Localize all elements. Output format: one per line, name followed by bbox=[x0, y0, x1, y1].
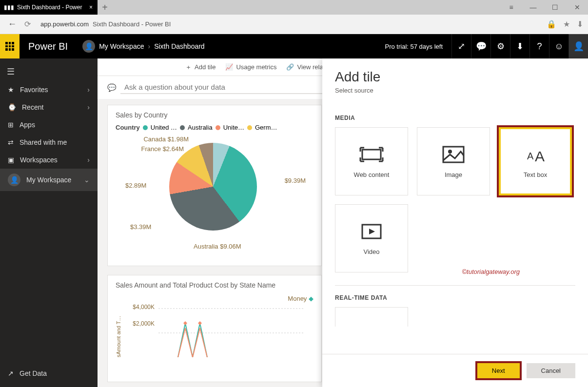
menu-icon[interactable]: ≡ bbox=[500, 3, 522, 11]
opt-label: Image bbox=[445, 171, 462, 178]
legend-item: Australia bbox=[188, 124, 213, 131]
tile-sales-by-state[interactable]: Sales Amount and Total Product Cost by S… bbox=[107, 275, 322, 382]
close-tab-icon[interactable]: × bbox=[89, 4, 93, 11]
browser-tab[interactable]: ▮▮▮ Sixth Dashboard - Power × bbox=[0, 0, 98, 15]
close-window-icon[interactable]: ✕ bbox=[566, 3, 588, 11]
add-tile-button[interactable]: ＋Add tile bbox=[185, 63, 216, 72]
legend-dot bbox=[180, 125, 185, 130]
y-axis-label: sAmount and T… bbox=[116, 304, 121, 357]
chevron-icon: › bbox=[87, 156, 90, 164]
sidebar-item-favorites[interactable]: ★ Favorites › bbox=[0, 81, 98, 98]
chart-icon: ▮▮▮ bbox=[4, 4, 14, 11]
tile-option-image[interactable]: Image bbox=[417, 127, 490, 195]
new-tab-button[interactable]: + bbox=[98, 2, 112, 13]
feedback-icon[interactable]: ☺ bbox=[549, 34, 568, 58]
crumb-workspace[interactable]: My Workspace bbox=[99, 42, 144, 50]
chevron-icon: › bbox=[87, 86, 90, 94]
legend-item: United … bbox=[151, 124, 177, 131]
y-tick: $2,000K bbox=[125, 320, 155, 327]
pie-body bbox=[169, 143, 257, 231]
usage-metrics-button[interactable]: 📈Usage metrics bbox=[225, 63, 276, 71]
sidebar-item-recent[interactable]: ⌚ Recent › bbox=[0, 98, 98, 116]
breadcrumb: 👤 My Workspace › Sixth Dashboard bbox=[82, 40, 205, 53]
sb-label: Shared with me bbox=[20, 138, 67, 146]
address-bar: ← ⟳ app.powerbi.com Sixth Dashboard - Po… bbox=[0, 15, 588, 34]
tile-option-web[interactable]: Web content bbox=[335, 127, 408, 195]
next-button[interactable]: Next bbox=[477, 363, 520, 378]
hamburger-icon[interactable]: ☰ bbox=[0, 62, 98, 81]
chevron-icon: › bbox=[148, 42, 150, 50]
avatar-icon[interactable]: 👤 bbox=[82, 40, 95, 53]
url-field[interactable]: app.powerbi.com Sixth Dashboard - Power … bbox=[36, 18, 542, 31]
user-avatar[interactable]: 👤 bbox=[568, 34, 588, 58]
cancel-button[interactable]: Cancel bbox=[527, 363, 575, 378]
sidebar: ☰ ★ Favorites › ⌚ Recent › ⊞ Apps ⇄ Shar… bbox=[0, 58, 98, 387]
maximize-icon[interactable]: ☐ bbox=[544, 3, 566, 11]
section-media: MEDIA bbox=[335, 115, 575, 121]
panel-subtitle: Select source bbox=[335, 87, 575, 94]
getdata-icon: ↗ bbox=[8, 369, 14, 377]
tb-label: View relat bbox=[297, 63, 325, 71]
related-icon: 🔗 bbox=[286, 63, 294, 71]
diamond-icon: ◆ bbox=[309, 295, 314, 302]
svg-marker-3 bbox=[198, 321, 202, 325]
download-nav-icon[interactable]: ⬇ bbox=[510, 34, 529, 58]
help-icon[interactable]: ? bbox=[529, 34, 549, 58]
legend-item: Unite… bbox=[223, 124, 244, 131]
sidebar-item-shared[interactable]: ⇄ Shared with me bbox=[0, 134, 98, 151]
qa-input[interactable] bbox=[120, 81, 325, 94]
star-icon: ★ bbox=[8, 86, 14, 94]
tile-title: Sales Amount and Total Product Cost by S… bbox=[116, 281, 314, 289]
pie-label: Australia $9.06M bbox=[194, 243, 241, 250]
top-nav: Power BI 👤 My Workspace › Sixth Dashboar… bbox=[0, 34, 588, 58]
panel-title: Add tile bbox=[335, 69, 575, 85]
metrics-icon: 📈 bbox=[225, 63, 233, 71]
legend-dot bbox=[216, 125, 220, 130]
svg-marker-10 bbox=[369, 229, 375, 234]
sidebar-item-getdata[interactable]: ↗ Get Data bbox=[0, 365, 98, 382]
sidebar-item-workspaces[interactable]: ▣ Workspaces › bbox=[0, 151, 98, 169]
tile-title: Sales by Country bbox=[116, 111, 314, 119]
workspace-icon: ▣ bbox=[8, 156, 14, 164]
section-realtime: REAL-TIME DATA bbox=[335, 294, 575, 301]
sb-label: Favorites bbox=[20, 86, 48, 94]
crumb-dashboard[interactable]: Sixth Dashboard bbox=[154, 42, 205, 50]
legend-item: Money bbox=[288, 295, 307, 302]
sb-label: Get Data bbox=[20, 369, 47, 377]
chat-icon[interactable]: 💬 bbox=[471, 34, 490, 58]
chat-icon: 💬 bbox=[107, 83, 117, 92]
fullscreen-icon[interactable]: ⤢ bbox=[451, 34, 471, 58]
url-title: Sixth Dashboard - Power BI bbox=[93, 20, 171, 28]
svg-text:A: A bbox=[535, 148, 545, 164]
sb-label: Apps bbox=[20, 121, 35, 129]
svg-marker-2 bbox=[183, 321, 187, 325]
minimize-icon[interactable]: — bbox=[522, 3, 544, 11]
sidebar-item-apps[interactable]: ⊞ Apps bbox=[0, 116, 98, 134]
tile-sales-by-country[interactable]: Sales by Country Country United … Austra… bbox=[107, 105, 322, 266]
view-related-button[interactable]: 🔗View relat bbox=[286, 63, 325, 71]
tb-label: Usage metrics bbox=[236, 63, 276, 71]
tab-title: Sixth Dashboard - Power bbox=[17, 4, 82, 11]
watermark: ©tutorialgateway.org bbox=[462, 268, 520, 275]
sb-label: Recent bbox=[22, 103, 43, 111]
tile-option-textbox[interactable]: AA Text box bbox=[499, 127, 572, 195]
trial-status: Pro trial: 57 days left bbox=[376, 43, 452, 50]
back-button[interactable]: ← bbox=[5, 19, 20, 29]
legend-item: Germ… bbox=[255, 124, 277, 131]
favorite-icon[interactable]: ★ bbox=[563, 19, 570, 29]
share-icon: ⇄ bbox=[8, 138, 14, 146]
tile-option-realtime[interactable] bbox=[335, 307, 408, 327]
sidebar-item-myworkspace[interactable]: 👤 My Workspace ⌄ bbox=[0, 169, 98, 191]
svg-rect-4 bbox=[362, 150, 381, 159]
settings-icon[interactable]: ⚙ bbox=[490, 34, 510, 58]
refresh-button[interactable]: ⟳ bbox=[24, 19, 31, 29]
tile-option-video[interactable]: Video bbox=[335, 204, 408, 272]
app-launcher[interactable] bbox=[0, 34, 20, 58]
add-tile-panel: Add tile Select source MEDIA Web content… bbox=[322, 58, 588, 387]
y-tick: $4,000K bbox=[125, 304, 155, 310]
sb-label: Workspaces bbox=[20, 156, 58, 164]
download-icon[interactable]: ⬇ bbox=[577, 19, 583, 29]
svg-text:A: A bbox=[527, 151, 534, 161]
line-chart bbox=[158, 304, 305, 357]
chevron-down-icon: ⌄ bbox=[84, 176, 90, 184]
